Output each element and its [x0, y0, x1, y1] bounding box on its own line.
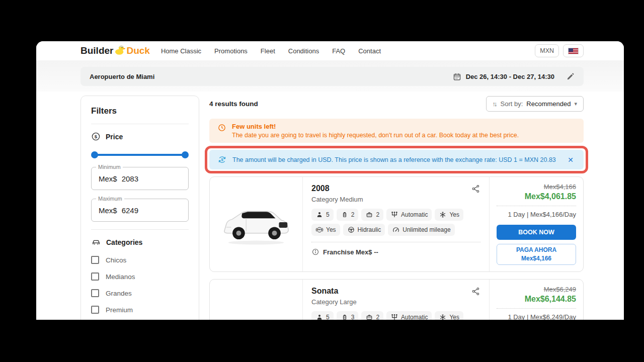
top-navbar: Builder Duck Home ClassicPromotionsFleet… — [36, 41, 624, 60]
feature-chips: 5 2 2 Automatic — [311, 209, 480, 236]
price-per-day: 1 Day | Mex$4,166/Day — [497, 211, 576, 218]
nav-link[interactable]: Home Classic — [161, 47, 201, 55]
app-window: Builder Duck Home ClassicPromotionsFleet… — [36, 41, 624, 320]
passenger-icon — [315, 211, 324, 219]
svg-text:$: $ — [221, 157, 223, 162]
divider — [311, 242, 480, 242]
briefcase-icon — [365, 313, 373, 320]
price-section-label: Price — [106, 133, 123, 141]
feature-chip: Hidraulic — [343, 224, 385, 236]
share-icon[interactable] — [471, 184, 480, 194]
scarcity-warning-banner: Few units left! The date you are going t… — [209, 119, 584, 143]
nav-link[interactable]: Conditions — [288, 47, 319, 55]
nav-link[interactable]: Contact — [358, 47, 381, 55]
nav-link[interactable]: Fleet — [261, 47, 275, 55]
luggage-icon — [341, 313, 349, 320]
passenger-icon — [315, 313, 324, 320]
feature-chip: 2 — [361, 311, 383, 320]
info-icon — [311, 248, 319, 256]
book-now-button[interactable]: BOOK NOW — [497, 225, 576, 240]
divider — [497, 308, 576, 309]
currency-button[interactable]: MXN — [535, 44, 559, 57]
car-results-list: 2008 Category Medium 5 — [209, 176, 584, 320]
maximum-price-input[interactable]: Maximum Mex$ 6249 — [91, 199, 189, 222]
search-summary-band: Aeropuerto de Miami Dec 26, 14:30 - Dec … — [36, 60, 624, 92]
feature-chip: 3 — [337, 311, 359, 320]
sort-selected-value: Recommended — [526, 100, 571, 108]
warning-title: Few units left! — [232, 123, 519, 130]
share-icon[interactable] — [471, 287, 480, 296]
slider-thumb-min[interactable] — [91, 151, 98, 158]
chevron-down-icon: ▾ — [574, 101, 577, 107]
sedan-dark-illustration — [216, 315, 296, 320]
pickup-location: Aeropuerto de Miami — [90, 73, 154, 80]
feature-chip: 2 — [337, 209, 359, 221]
price-per-day: 1 Day | Mex$6,249/Day — [497, 313, 576, 320]
category-list: Chicos Medianos Grandes Premium — [91, 256, 189, 314]
nav-link[interactable]: Promotions — [214, 47, 248, 55]
transmission-icon — [390, 313, 398, 320]
location-bar[interactable]: Aeropuerto de Miami Dec 26, 14:30 - Dec … — [80, 67, 584, 86]
car-card: 2008 Category Medium 5 — [209, 176, 584, 272]
feature-chip: 2 — [361, 209, 383, 221]
price-original: Mex$6,249 — [497, 286, 576, 293]
luggage-icon — [341, 211, 349, 219]
feature-chip: Yes — [435, 311, 463, 320]
car-card: Sonata Category Large 5 — [209, 279, 584, 320]
svg-text:$: $ — [95, 134, 98, 139]
ac-icon — [439, 211, 447, 219]
category-option[interactable]: Medianos — [91, 273, 189, 281]
edit-dates-icon[interactable] — [566, 72, 575, 81]
franchise-text: Franchise Mex$ -- — [323, 248, 378, 256]
brand-logo[interactable]: Builder Duck — [80, 44, 150, 58]
sort-dropdown[interactable]: ↑↓ Sort by: Recommended ▾ — [486, 96, 584, 112]
briefcase-icon — [365, 211, 373, 219]
checkbox-unchecked[interactable] — [91, 289, 99, 297]
checkbox-unchecked[interactable] — [91, 256, 99, 264]
duck-icon — [114, 44, 126, 58]
feature-chip: Yes — [311, 224, 340, 236]
categories-section-label: Categories — [106, 238, 142, 246]
feature-chip: Automatic — [386, 209, 432, 221]
category-option[interactable]: Premium — [91, 306, 189, 314]
slider-thumb-max[interactable] — [182, 151, 189, 158]
nav-link[interactable]: FAQ — [332, 47, 345, 55]
car-name: Sonata — [311, 287, 338, 296]
car-image — [210, 280, 302, 320]
checkbox-unchecked[interactable] — [91, 273, 99, 281]
car-category: Category Medium — [311, 196, 480, 203]
feature-chips: 5 3 2 Automatic — [311, 311, 480, 320]
divider — [91, 229, 189, 230]
slider-track[interactable] — [92, 154, 188, 156]
feature-chip: 5 — [311, 311, 334, 320]
steering-icon — [347, 226, 355, 234]
brand-duck: Duck — [126, 45, 149, 56]
price-range-slider[interactable] — [92, 151, 188, 158]
feature-chip: Unlimited mileage — [388, 224, 454, 236]
price-discounted: Mex$4,061.85 — [497, 192, 576, 201]
flag-us-icon — [568, 48, 579, 54]
clock-icon — [217, 123, 226, 139]
checkbox-unchecked[interactable] — [91, 306, 99, 314]
category-option[interactable]: Grandes — [91, 289, 189, 297]
category-option[interactable]: Chicos — [91, 256, 189, 264]
feature-chip: Yes — [435, 209, 463, 221]
brand-builder: Builder — [80, 45, 113, 56]
pay-now-button[interactable]: PAGA AHORA Mex$4,166 — [497, 244, 576, 265]
transmission-icon — [390, 211, 398, 219]
filters-title: Filters — [91, 106, 189, 116]
language-button[interactable] — [563, 44, 584, 57]
car-name: 2008 — [311, 184, 330, 193]
minimum-price-input[interactable]: Minimum Mex$ 2083 — [91, 167, 189, 190]
divider — [91, 124, 189, 124]
abs-icon — [315, 226, 324, 234]
ac-icon — [439, 313, 447, 320]
currency-exchange-icon: $ — [217, 155, 227, 164]
filters-panel: Filters $ Price Minimum Mex$ 2083 — [80, 96, 199, 320]
close-icon[interactable]: ✕ — [566, 156, 576, 164]
main-nav: Home ClassicPromotionsFleetConditionsFAQ… — [161, 47, 381, 55]
feature-chip: Automatic — [386, 311, 432, 320]
exchange-rate-message: The amount will be charged in USD. This … — [232, 156, 556, 163]
price-icon: $ — [91, 132, 101, 141]
feature-chip: 5 — [311, 209, 334, 221]
